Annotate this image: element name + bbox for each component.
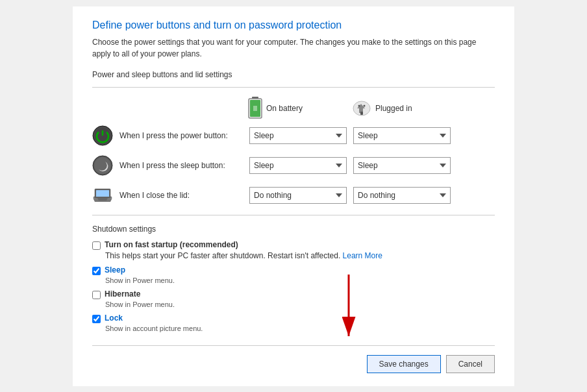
shutdown-section: Shutdown settings Turn on fast startup (… (92, 225, 495, 332)
power-plugged-select[interactable]: Sleep Do nothing Hibernate Shut down (353, 127, 451, 144)
hibernate-checkbox-row: Hibernate (92, 289, 495, 299)
save-button[interactable]: Save changes (367, 355, 441, 373)
page-description: Choose the power settings that you want … (92, 36, 495, 60)
plug-icon (352, 100, 371, 117)
learn-more-link[interactable]: Learn More (343, 251, 382, 260)
hibernate-checkbox-label[interactable]: Hibernate (105, 289, 140, 299)
hibernate-checkbox[interactable] (92, 291, 101, 299)
svg-point-7 (364, 104, 366, 106)
lid-battery-select-wrap: Do nothing Sleep Hibernate Shut down (249, 187, 347, 204)
svg-rect-3 (253, 106, 257, 111)
battery-icon (248, 97, 262, 120)
lid-label: When I close the lid: (119, 191, 249, 200)
power-battery-select[interactable]: Sleep Do nothing Hibernate Shut down (249, 127, 347, 144)
plugged-column-header: Plugged in (352, 97, 456, 120)
sleep-button-row: When I press the sleep button: Sleep Do … (92, 155, 495, 176)
sleep-button-icon (92, 155, 113, 176)
sleep-checkbox-desc: Show in Power menu. (105, 276, 495, 284)
shutdown-title: Shutdown settings (92, 225, 495, 234)
lock-checkbox[interactable] (92, 315, 101, 323)
power-button-row: When I press the power button: Sleep Do … (92, 125, 495, 146)
column-headers: On battery Plugged in (248, 97, 495, 120)
power-plugged-select-wrap: Sleep Do nothing Hibernate Shut down (353, 127, 451, 144)
hibernate-checkbox-desc: Show in Power menu. (105, 300, 495, 308)
fast-startup-desc-row: This helps start your PC faster after sh… (105, 251, 495, 260)
battery-column-header: On battery (248, 97, 352, 120)
sleep-plugged-select-wrap: Sleep Do nothing Hibernate Shut down (353, 157, 451, 174)
fast-startup-label[interactable]: Turn on fast startup (recommended) (105, 240, 238, 249)
cancel-button[interactable]: Cancel (446, 355, 495, 373)
lid-plugged-select-wrap: Do nothing Sleep Hibernate Shut down (353, 187, 451, 204)
divider1 (92, 87, 495, 88)
settings-window: Define power buttons and turn on passwor… (73, 6, 514, 386)
svg-point-6 (358, 104, 360, 106)
lock-checkbox-row: Lock (92, 313, 495, 323)
lock-checkbox-label[interactable]: Lock (105, 313, 123, 323)
plugged-label: Plugged in (375, 104, 412, 113)
lid-row: When I close the lid: Do nothing Sleep H… (92, 185, 495, 206)
battery-label: On battery (266, 104, 303, 113)
fast-startup-row: Turn on fast startup (recommended) (92, 240, 495, 250)
sleep-checkbox-label[interactable]: Sleep (105, 265, 125, 275)
lid-icon (92, 185, 113, 206)
bottom-bar: Save changes Cancel (92, 345, 495, 373)
lid-battery-select[interactable]: Do nothing Sleep Hibernate Shut down (249, 187, 347, 204)
fast-startup-checkbox[interactable] (92, 241, 101, 250)
sleep-checkbox[interactable] (92, 267, 101, 275)
sleep-battery-select[interactable]: Sleep Do nothing Hibernate Shut down (249, 157, 347, 174)
section1-title: Power and sleep buttons and lid settings (92, 70, 495, 79)
page-title: Define power buttons and turn on passwor… (92, 19, 495, 31)
divider2 (92, 215, 495, 215)
sleep-checkbox-row: Sleep (92, 265, 495, 275)
svg-rect-5 (360, 112, 363, 115)
power-battery-select-wrap: Sleep Do nothing Hibernate Shut down (249, 127, 347, 144)
lock-checkbox-desc: Show in account picture menu. (105, 325, 495, 332)
lid-plugged-select[interactable]: Do nothing Sleep Hibernate Shut down (353, 187, 451, 204)
power-button-label: When I press the power button: (119, 131, 249, 140)
sleep-plugged-select[interactable]: Sleep Do nothing Hibernate Shut down (353, 157, 451, 174)
fast-startup-desc: This helps start your PC faster after sh… (105, 251, 340, 260)
sleep-button-label: When I press the sleep button: (119, 161, 249, 170)
sleep-battery-select-wrap: Sleep Do nothing Hibernate Shut down (249, 157, 347, 174)
power-button-icon (92, 125, 113, 146)
svg-rect-14 (96, 190, 109, 197)
